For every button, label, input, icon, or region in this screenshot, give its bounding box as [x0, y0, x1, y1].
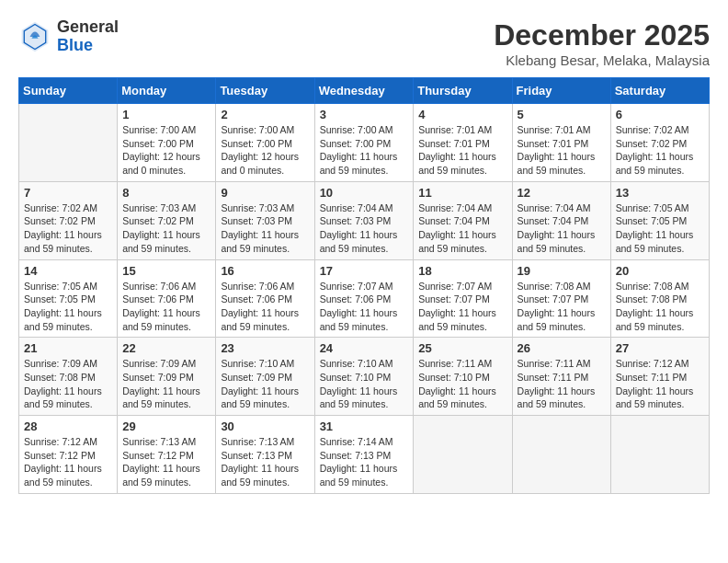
day-info: Sunrise: 7:13 AMSunset: 7:13 PMDaylight:…: [221, 435, 309, 489]
column-header-monday: Monday: [118, 78, 216, 104]
day-info: Sunrise: 7:05 AMSunset: 7:05 PMDaylight:…: [24, 280, 112, 334]
day-info: Sunrise: 7:12 AMSunset: 7:11 PMDaylight:…: [616, 357, 704, 411]
calendar-cell: 30Sunrise: 7:13 AMSunset: 7:13 PMDayligh…: [216, 416, 314, 494]
day-number: 19: [518, 264, 606, 278]
day-info: Sunrise: 7:07 AMSunset: 7:07 PMDaylight:…: [418, 280, 506, 334]
day-number: 31: [320, 419, 409, 433]
day-info: Sunrise: 7:09 AMSunset: 7:09 PMDaylight:…: [122, 357, 210, 411]
day-number: 5: [518, 108, 606, 121]
day-info: Sunrise: 7:11 AMSunset: 7:10 PMDaylight:…: [418, 357, 506, 411]
calendar-cell: 11Sunrise: 7:04 AMSunset: 7:04 PMDayligh…: [414, 181, 512, 259]
day-number: 12: [518, 186, 606, 200]
calendar-cell: [19, 104, 118, 182]
calendar-cell: 10Sunrise: 7:04 AMSunset: 7:03 PMDayligh…: [314, 181, 414, 259]
day-number: 30: [221, 419, 309, 433]
calendar-cell: 20Sunrise: 7:08 AMSunset: 7:08 PMDayligh…: [610, 259, 709, 338]
calendar-cell: [414, 416, 512, 494]
calendar-week-row: 7Sunrise: 7:02 AMSunset: 7:02 PMDaylight…: [19, 181, 710, 259]
location: Klebang Besar, Melaka, Malaysia: [494, 52, 710, 68]
column-header-saturday: Saturday: [610, 78, 709, 104]
calendar-cell: 9Sunrise: 7:03 AMSunset: 7:03 PMDaylight…: [216, 181, 314, 259]
day-number: 11: [418, 186, 506, 200]
day-number: 22: [122, 341, 210, 355]
calendar-cell: 6Sunrise: 7:02 AMSunset: 7:02 PMDaylight…: [610, 104, 709, 182]
day-number: 17: [320, 264, 409, 278]
calendar-cell: 19Sunrise: 7:08 AMSunset: 7:07 PMDayligh…: [512, 259, 610, 338]
calendar-cell: 18Sunrise: 7:07 AMSunset: 7:07 PMDayligh…: [414, 259, 512, 338]
day-info: Sunrise: 7:02 AMSunset: 7:02 PMDaylight:…: [616, 123, 704, 178]
calendar-week-row: 21Sunrise: 7:09 AMSunset: 7:08 PMDayligh…: [19, 338, 710, 416]
calendar-cell: 26Sunrise: 7:11 AMSunset: 7:11 PMDayligh…: [512, 338, 610, 416]
calendar-week-row: 14Sunrise: 7:05 AMSunset: 7:05 PMDayligh…: [19, 259, 710, 338]
day-number: 13: [616, 186, 704, 200]
calendar-week-row: 28Sunrise: 7:12 AMSunset: 7:12 PMDayligh…: [19, 416, 710, 494]
day-info: Sunrise: 7:01 AMSunset: 7:01 PMDaylight:…: [518, 123, 606, 178]
column-header-wednesday: Wednesday: [314, 78, 414, 104]
day-info: Sunrise: 7:08 AMSunset: 7:07 PMDaylight:…: [518, 280, 606, 334]
calendar-cell: 23Sunrise: 7:10 AMSunset: 7:09 PMDayligh…: [216, 338, 314, 416]
day-number: 26: [518, 341, 606, 355]
calendar-cell: 1Sunrise: 7:00 AMSunset: 7:00 PMDaylight…: [118, 104, 216, 182]
day-number: 21: [24, 341, 112, 355]
calendar-cell: [512, 416, 610, 494]
calendar-header-row: SundayMondayTuesdayWednesdayThursdayFrid…: [19, 78, 710, 104]
page-header: General Blue December 2025 Klebang Besar…: [18, 18, 710, 68]
calendar-cell: 8Sunrise: 7:03 AMSunset: 7:02 PMDaylight…: [118, 181, 216, 259]
day-info: Sunrise: 7:03 AMSunset: 7:02 PMDaylight:…: [122, 201, 210, 256]
calendar-cell: 28Sunrise: 7:12 AMSunset: 7:12 PMDayligh…: [19, 416, 118, 494]
day-number: 3: [320, 108, 409, 121]
day-number: 7: [24, 186, 112, 200]
calendar-table: SundayMondayTuesdayWednesdayThursdayFrid…: [18, 77, 710, 494]
day-info: Sunrise: 7:08 AMSunset: 7:08 PMDaylight:…: [616, 280, 704, 334]
day-info: Sunrise: 7:05 AMSunset: 7:05 PMDaylight:…: [616, 201, 704, 256]
day-number: 16: [221, 264, 309, 278]
day-number: 2: [221, 108, 309, 121]
calendar-cell: 17Sunrise: 7:07 AMSunset: 7:06 PMDayligh…: [314, 259, 414, 338]
day-number: 8: [122, 186, 210, 200]
day-info: Sunrise: 7:07 AMSunset: 7:06 PMDaylight:…: [320, 280, 409, 334]
day-info: Sunrise: 7:03 AMSunset: 7:03 PMDaylight:…: [221, 201, 309, 256]
day-number: 24: [320, 341, 409, 355]
calendar-cell: 7Sunrise: 7:02 AMSunset: 7:02 PMDaylight…: [19, 181, 118, 259]
day-info: Sunrise: 7:10 AMSunset: 7:10 PMDaylight:…: [320, 357, 409, 411]
logo-blue: Blue: [57, 36, 93, 54]
day-number: 27: [616, 341, 704, 355]
day-number: 18: [418, 264, 506, 278]
calendar-cell: 2Sunrise: 7:00 AMSunset: 7:00 PMDaylight…: [216, 104, 314, 182]
calendar-cell: 21Sunrise: 7:09 AMSunset: 7:08 PMDayligh…: [19, 338, 118, 416]
day-info: Sunrise: 7:06 AMSunset: 7:06 PMDaylight:…: [221, 280, 309, 334]
calendar-cell: 31Sunrise: 7:14 AMSunset: 7:13 PMDayligh…: [314, 416, 414, 494]
day-info: Sunrise: 7:00 AMSunset: 7:00 PMDaylight:…: [320, 123, 409, 178]
day-number: 28: [24, 419, 112, 433]
day-info: Sunrise: 7:01 AMSunset: 7:01 PMDaylight:…: [418, 123, 506, 178]
calendar-cell: 14Sunrise: 7:05 AMSunset: 7:05 PMDayligh…: [19, 259, 118, 338]
day-number: 15: [122, 264, 210, 278]
day-number: 20: [616, 264, 704, 278]
day-number: 10: [320, 186, 409, 200]
day-number: 1: [122, 108, 210, 121]
day-number: 9: [221, 186, 309, 200]
calendar-cell: 25Sunrise: 7:11 AMSunset: 7:10 PMDayligh…: [414, 338, 512, 416]
day-info: Sunrise: 7:10 AMSunset: 7:09 PMDaylight:…: [221, 357, 309, 411]
calendar-cell: 29Sunrise: 7:13 AMSunset: 7:12 PMDayligh…: [118, 416, 216, 494]
column-header-thursday: Thursday: [414, 78, 512, 104]
column-header-friday: Friday: [512, 78, 610, 104]
column-header-tuesday: Tuesday: [216, 78, 314, 104]
day-info: Sunrise: 7:06 AMSunset: 7:06 PMDaylight:…: [122, 280, 210, 334]
calendar-cell: 16Sunrise: 7:06 AMSunset: 7:06 PMDayligh…: [216, 259, 314, 338]
day-info: Sunrise: 7:04 AMSunset: 7:04 PMDaylight:…: [518, 201, 606, 256]
generalblue-logo-icon: [18, 20, 51, 53]
day-info: Sunrise: 7:04 AMSunset: 7:04 PMDaylight:…: [418, 201, 506, 256]
day-info: Sunrise: 7:13 AMSunset: 7:12 PMDaylight:…: [122, 435, 210, 489]
month-title: December 2025: [494, 18, 710, 52]
logo-general: General: [57, 17, 119, 36]
day-info: Sunrise: 7:02 AMSunset: 7:02 PMDaylight:…: [24, 201, 112, 256]
day-info: Sunrise: 7:11 AMSunset: 7:11 PMDaylight:…: [518, 357, 606, 411]
day-info: Sunrise: 7:14 AMSunset: 7:13 PMDaylight:…: [320, 435, 409, 489]
calendar-cell: 22Sunrise: 7:09 AMSunset: 7:09 PMDayligh…: [118, 338, 216, 416]
calendar-cell: [610, 416, 709, 494]
day-info: Sunrise: 7:04 AMSunset: 7:03 PMDaylight:…: [320, 201, 409, 256]
day-number: 6: [616, 108, 704, 121]
logo: General Blue: [18, 18, 119, 55]
day-info: Sunrise: 7:00 AMSunset: 7:00 PMDaylight:…: [122, 123, 210, 178]
